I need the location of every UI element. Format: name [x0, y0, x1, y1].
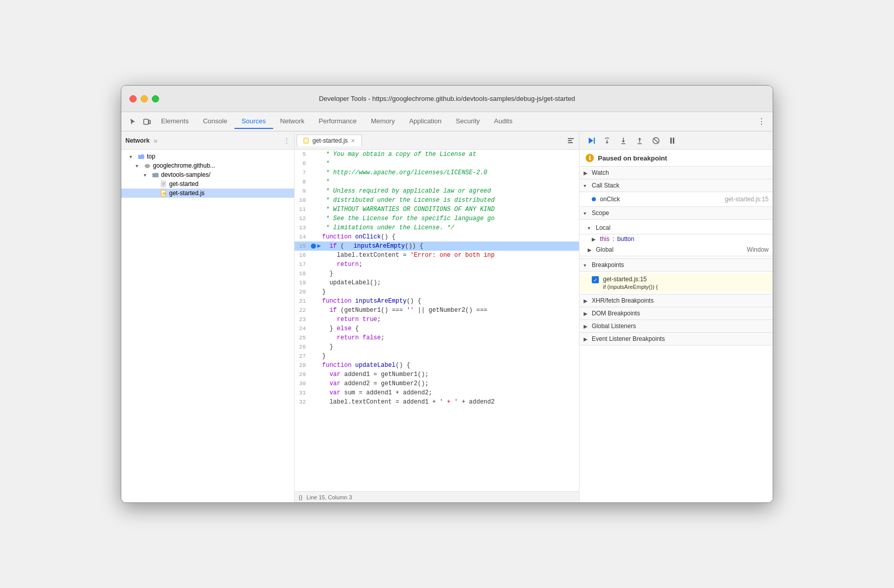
svg-rect-25 [673, 138, 674, 144]
tab-security[interactable]: Security [449, 114, 487, 129]
code-line-12: 12 * See the License for the specific la… [295, 214, 579, 223]
sidebar-header: Network » ⋮ [121, 131, 294, 150]
breakpoint-checkbox[interactable]: ✓ [592, 276, 599, 283]
code-line-31: 31 var sum = addend1 + addend2; [295, 388, 579, 397]
local-arrow-icon: ▾ [588, 225, 594, 231]
code-line-18: 18 } [295, 269, 579, 278]
scope-section-title: Scope [592, 209, 609, 217]
file-icon-js: JS [160, 190, 167, 197]
dom-breakpoints-header[interactable]: ▶ DOM Breakpoints [580, 307, 773, 320]
code-line-27: 27 } [295, 352, 579, 361]
event-listener-arrow-icon: ▶ [584, 336, 590, 342]
svg-rect-16 [568, 142, 573, 143]
watch-section-header[interactable]: ▶ Watch [580, 167, 773, 179]
code-line-21: 21 function inputsAreEmpty() { [295, 297, 579, 306]
tab-application[interactable]: Application [402, 114, 449, 129]
code-line-30: 30 var addend2 = getNumber2(); [295, 379, 579, 388]
step-out-button[interactable] [633, 133, 647, 148]
minimize-button[interactable] [141, 95, 148, 102]
tree-label-top: top [147, 153, 155, 160]
event-listener-breakpoints-header[interactable]: ▶ Event Listener Breakpoints [580, 333, 773, 345]
code-line-11: 11 * WITHOUT WARRANTIES OR CONDITIONS OF… [295, 205, 579, 214]
device-icon[interactable] [140, 115, 154, 129]
watch-arrow-icon: ▶ [584, 170, 590, 176]
sidebar-more-icon[interactable]: ⋮ [283, 137, 290, 144]
tree-item-top[interactable]: ▾ top [121, 152, 294, 161]
code-tab-close[interactable]: × [351, 137, 355, 144]
deactivate-breakpoints-button[interactable] [649, 133, 663, 148]
call-stack-item-onclick[interactable]: onClick get-started.js:15 [580, 194, 773, 204]
code-line-26: 26 } [295, 342, 579, 352]
prop-this[interactable]: ▶ this : button [580, 234, 773, 244]
code-line-10: 10 * distributed under the License is di… [295, 196, 579, 205]
tab-performance[interactable]: Performance [311, 114, 363, 129]
code-tab-get-started-js[interactable]: get-started.js × [297, 135, 362, 146]
global-scope-value: Window [747, 246, 769, 253]
maximize-button[interactable] [152, 95, 159, 102]
tree-item-domain[interactable]: ▾ googlechrome.github... [121, 161, 294, 170]
tab-network[interactable]: Network [273, 114, 312, 129]
global-scope-header[interactable]: ▶ Global Window [580, 244, 773, 256]
svg-rect-1 [149, 120, 150, 124]
tab-console[interactable]: Console [196, 114, 234, 129]
tree-item-get-started[interactable]: ▶ get-started [121, 179, 294, 189]
code-line-8: 8 * [295, 177, 579, 186]
paused-indicator [592, 197, 596, 201]
breakpoint-code: if (inputsAreEmpty()) { [603, 284, 769, 290]
dom-section-title: DOM Breakpoints [592, 310, 640, 317]
subfolder-icon [152, 171, 159, 178]
devtools-window: Developer Tools - https://googlechrome.g… [121, 85, 773, 503]
file-icon-html [160, 180, 167, 188]
code-content[interactable]: 5 * You may obtain a copy of the License… [295, 150, 579, 491]
local-scope-header[interactable]: ▾ Local [580, 222, 773, 234]
scope-body: ▾ Local ▶ this : button ▶ Global Window [580, 220, 773, 259]
tree-triangle-top: ▾ [129, 154, 136, 159]
svg-point-5 [147, 165, 150, 167]
svg-rect-14 [568, 138, 574, 139]
notice-info-icon: ℹ [586, 154, 594, 162]
tab-sources[interactable]: Sources [234, 114, 273, 129]
pause-on-exceptions-button[interactable] [665, 133, 679, 148]
breakpoint-item-15: ✓ get-started.js:15 if (inputsAreEmpty()… [580, 274, 773, 292]
breakpoint-indicator [311, 244, 316, 249]
call-fn-location: get-started.js:15 [725, 196, 769, 203]
pretty-print-icon[interactable]: {} [299, 494, 302, 500]
sidebar-expand-icon[interactable]: » [153, 137, 157, 145]
tree-item-folder[interactable]: ▾ devtools-samples/ [121, 170, 294, 179]
global-arrow-icon: ▶ [588, 247, 594, 253]
folder-icon [138, 153, 145, 160]
tree-label-get-started: get-started [169, 180, 198, 188]
code-line-9: 9 * Unless required by applicable law or… [295, 186, 579, 196]
breakpoints-body: ✓ get-started.js:15 if (inputsAreEmpty()… [580, 272, 773, 295]
global-listeners-header[interactable]: ▶ Global Listeners [580, 320, 773, 333]
step-into-button[interactable] [616, 133, 630, 148]
close-button[interactable] [129, 95, 137, 102]
resume-button[interactable] [584, 133, 598, 148]
cursor-icon[interactable] [125, 115, 140, 129]
title-bar: Developer Tools - https://googlechrome.g… [121, 86, 773, 112]
sidebar-title: Network [125, 137, 149, 144]
right-panel: ℹ Paused on breakpoint ▶ Watch ▾ Call St… [579, 131, 773, 502]
breakpoint-title: get-started.js:15 [603, 276, 769, 283]
more-tabs-button[interactable]: ⋮ [754, 115, 769, 129]
devtools-tab-bar: Elements Console Sources Network Perform… [121, 112, 773, 131]
code-line-28: 28 function updateLabel() { [295, 361, 579, 370]
breakpoints-arrow-icon: ▾ [584, 262, 590, 268]
event-listener-section-title: Event Listener Breakpoints [592, 335, 665, 342]
code-tabs-bar: get-started.js × [295, 131, 579, 150]
tree-triangle-domain: ▾ [136, 163, 142, 169]
step-over-button[interactable] [600, 133, 614, 148]
breakpoints-section-header[interactable]: ▾ Breakpoints [580, 259, 773, 272]
paused-message: Paused on breakpoint [598, 154, 667, 162]
svg-marker-17 [589, 138, 593, 144]
svg-rect-24 [670, 138, 672, 144]
format-button[interactable] [565, 135, 577, 147]
scope-section-header[interactable]: ▾ Scope [580, 207, 773, 220]
xhr-breakpoints-header[interactable]: ▶ XHR/fetch Breakpoints [580, 295, 773, 307]
tab-audits[interactable]: Audits [487, 114, 519, 129]
tab-elements[interactable]: Elements [154, 114, 196, 129]
tree-item-get-started-js[interactable]: ▶ JS get-started.js [121, 189, 294, 198]
tab-memory[interactable]: Memory [364, 114, 402, 129]
debugger-toolbar [580, 131, 773, 150]
call-stack-section-header[interactable]: ▾ Call Stack [580, 179, 773, 192]
